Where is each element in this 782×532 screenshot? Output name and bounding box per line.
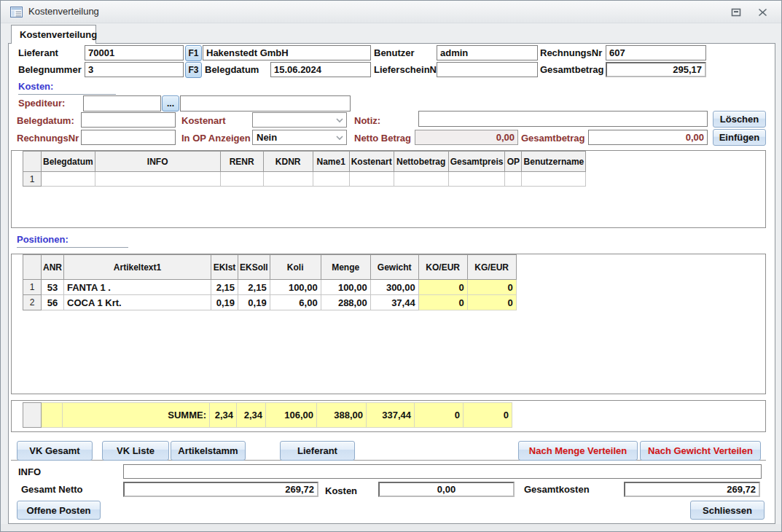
cell[interactable] <box>313 172 349 187</box>
cell-eksoll[interactable]: 2,15 <box>238 280 270 295</box>
nach-gewicht-verteilen-button[interactable]: Nach Gewicht Verteilen <box>640 441 761 461</box>
window-title: Kostenverteilung <box>28 1 99 23</box>
col-ekist[interactable]: EKIst <box>211 255 238 280</box>
positionen-row: 1 53 FANTA 1 . 2,15 2,15 100,00 100,00 3… <box>23 280 517 295</box>
f1-button[interactable]: F1 <box>185 45 202 61</box>
col-anr[interactable]: ANR <box>42 255 64 280</box>
cell-artikeltext[interactable]: FANTA 1 . <box>64 280 211 295</box>
gesamtbetrag-value <box>606 62 706 77</box>
col-eksoll[interactable]: EKSoll <box>238 255 270 280</box>
rechnungsnr-input[interactable] <box>606 45 706 60</box>
cell-eksoll[interactable]: 0,19 <box>238 295 270 310</box>
col-kostenart[interactable]: Kostenart <box>349 152 394 172</box>
row-selector[interactable]: 1 <box>23 172 42 187</box>
notiz-label: Notiz: <box>354 115 380 126</box>
cell-menge[interactable]: 288,00 <box>321 295 370 310</box>
belegdatum-input[interactable] <box>270 62 371 77</box>
spediteur-name-input[interactable] <box>180 95 351 112</box>
belegdatum-label: Belegdatum <box>205 64 259 75</box>
col-koli[interactable]: Koli <box>270 255 321 280</box>
col-nettobetrag[interactable]: Nettobetrag <box>394 152 448 172</box>
cell[interactable] <box>505 172 522 187</box>
cell-anr[interactable]: 56 <box>42 295 64 310</box>
lieferscheinnr-input[interactable] <box>437 62 538 77</box>
col-benutzername[interactable]: Benutzername <box>522 152 586 172</box>
lieferant-label: Lieferant <box>18 47 58 58</box>
f3-button[interactable]: F3 <box>185 62 202 78</box>
cell-ko-eur[interactable]: 0 <box>418 280 467 295</box>
cell[interactable] <box>394 172 448 187</box>
kosten-section-title: Kosten: <box>18 81 116 95</box>
cell[interactable] <box>42 172 95 187</box>
kosten-rechnungsnr-input[interactable] <box>81 130 176 145</box>
belegnummer-input[interactable] <box>85 62 184 77</box>
col-info[interactable]: INFO <box>95 152 220 172</box>
spediteur-label: Spediteur: <box>18 98 65 109</box>
schliessen-button[interactable]: Schliessen <box>690 501 765 520</box>
cell-artikeltext[interactable]: COCA 1 Krt. <box>64 295 211 310</box>
cell-gewicht[interactable]: 300,00 <box>370 280 418 295</box>
col-belegdatum[interactable]: Belegdatum <box>42 152 95 172</box>
col-menge[interactable]: Menge <box>321 255 370 280</box>
cell-gewicht[interactable]: 37,44 <box>370 295 418 310</box>
cell-ko-eur[interactable]: 0 <box>418 295 467 310</box>
loeschen-button[interactable]: Löschen <box>713 111 766 128</box>
col-ko-eur[interactable]: KO/EUR <box>418 255 467 280</box>
col-renr[interactable]: RENR <box>220 152 263 172</box>
col-op[interactable]: OP <box>505 152 522 172</box>
cell[interactable] <box>522 172 586 187</box>
row-selector[interactable]: 2 <box>23 295 42 310</box>
cell-koli[interactable]: 6,00 <box>270 295 321 310</box>
cell-koli[interactable]: 100,00 <box>270 280 321 295</box>
lieferant-button[interactable]: Lieferant <box>280 441 355 461</box>
in-op-anzeigen-value: Nein <box>257 132 277 143</box>
netto-betrag-value <box>415 130 518 145</box>
nach-menge-verteilen-button[interactable]: Nach Menge Verteilen <box>518 441 638 461</box>
cell-kg-eur[interactable]: 0 <box>467 295 516 310</box>
offene-posten-button[interactable]: Offene Posten <box>17 501 101 520</box>
lieferant-name-input[interactable] <box>203 45 371 60</box>
gesamtkosten-value <box>624 482 760 497</box>
in-op-anzeigen-select[interactable]: Nein <box>252 130 347 145</box>
row-selector[interactable]: 1 <box>23 280 42 295</box>
benutzer-input[interactable] <box>437 45 538 60</box>
kostenart-select[interactable] <box>252 112 347 128</box>
cell-ekist[interactable]: 0,19 <box>211 295 238 310</box>
gesamtkosten-label: Gesamtkosten <box>524 484 590 495</box>
vk-gesamt-button[interactable]: VK Gesamt <box>17 441 93 461</box>
cell-anr[interactable]: 53 <box>42 280 64 295</box>
close-window-button[interactable] <box>756 7 769 18</box>
row-selector-header <box>23 152 42 172</box>
vk-liste-button[interactable]: VK Liste <box>102 441 169 461</box>
artikelstamm-button[interactable]: Artikelstamm <box>171 441 246 461</box>
col-kdnr[interactable]: KDNR <box>263 152 313 172</box>
notiz-input[interactable] <box>418 111 708 127</box>
col-artikeltext1[interactable]: Artikeltext1 <box>64 255 211 280</box>
lieferant-input[interactable] <box>85 45 184 60</box>
cell[interactable] <box>448 172 505 187</box>
row-selector <box>23 403 42 428</box>
restore-window-button[interactable] <box>730 7 743 18</box>
kosten-belegdatum-input[interactable] <box>81 112 176 128</box>
col-gesamtpreis[interactable]: Gesamtpreis <box>448 152 505 172</box>
col-name1[interactable]: Name1 <box>313 152 349 172</box>
spediteur-browse-button[interactable]: ... <box>162 95 179 112</box>
chevron-down-icon <box>335 114 344 125</box>
cell[interactable] <box>95 172 220 187</box>
cell[interactable] <box>220 172 263 187</box>
col-gewicht[interactable]: Gewicht <box>370 255 418 280</box>
einfuegen-button[interactable]: Einfügen <box>713 129 766 146</box>
kosten-table-row: 1 <box>23 172 586 187</box>
belegnummer-label: Belegnummer <box>18 64 82 75</box>
info-input[interactable] <box>123 464 762 479</box>
cell[interactable] <box>349 172 394 187</box>
spediteur-nr-input[interactable] <box>83 95 161 112</box>
col-kg-eur[interactable]: KG/EUR <box>467 255 516 280</box>
tab-kostenverteilung[interactable]: Kostenverteilung <box>11 25 96 44</box>
cell-kg-eur[interactable]: 0 <box>467 280 516 295</box>
cell[interactable] <box>263 172 313 187</box>
summe-eksoll: 2,34 <box>237 403 266 428</box>
cell-menge[interactable]: 100,00 <box>321 280 370 295</box>
cell-ekist[interactable]: 2,15 <box>211 280 238 295</box>
row-selector-header <box>23 255 42 280</box>
